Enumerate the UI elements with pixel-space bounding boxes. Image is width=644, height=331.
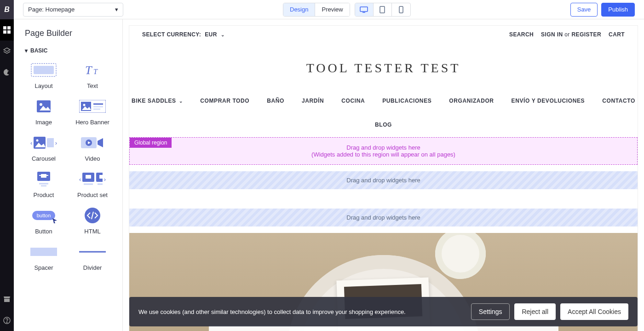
- widget-spacer[interactable]: Spacer: [21, 243, 66, 271]
- widget-carousel[interactable]: ‹ › Carousel: [21, 134, 66, 162]
- svg-marker-4: [4, 48, 10, 52]
- site-title: TOOL TESTER TEST: [129, 43, 638, 91]
- svg-rect-3: [7, 30, 11, 34]
- canvas: SELECT CURRENCY: EUR ⌄ SEARCH SIGN IN or…: [123, 19, 644, 331]
- nav-item-bike-saddles[interactable]: BIKE SADDLES⌄: [132, 98, 183, 104]
- svg-rect-50: [30, 248, 57, 256]
- widgets-panel: Page Builder ▾ BASIC Layout TT: [14, 19, 123, 331]
- device-tablet-button[interactable]: [374, 3, 392, 16]
- cookie-accept-button[interactable]: Accept All Cookies: [560, 303, 628, 320]
- widget-video[interactable]: Video: [70, 134, 115, 162]
- spacer-icon: [30, 243, 57, 261]
- svg-point-29: [36, 139, 39, 142]
- site-preview: SELECT CURRENCY: EUR ⌄ SEARCH SIGN IN or…: [129, 26, 638, 331]
- publish-button[interactable]: Publish: [601, 3, 635, 17]
- nav-item-envio[interactable]: ENVÍO Y DEVOLUCIONES: [512, 98, 585, 104]
- nav-item-organizador[interactable]: ORGANIZADOR: [449, 98, 494, 104]
- product-set-icon: ‹ ›: [79, 170, 106, 188]
- nav-signin-link[interactable]: SIGN IN: [541, 31, 563, 38]
- nav-item-jardin[interactable]: JARDÍN: [302, 98, 324, 104]
- chevron-down-icon: ⌄: [179, 99, 183, 104]
- topbar: Page: Homepage ▾ Design Preview: [14, 0, 644, 19]
- nav-item-cocina[interactable]: COCINA: [341, 98, 365, 104]
- widget-text[interactable]: TT Text: [70, 61, 115, 89]
- cookie-reject-button[interactable]: Reject all: [514, 303, 556, 320]
- cookie-message: We use cookies (and other similar techno…: [138, 308, 466, 315]
- svg-marker-48: [52, 218, 57, 223]
- svg-point-7: [8, 70, 9, 71]
- svg-rect-39: [46, 175, 48, 176]
- button-icon: button: [30, 207, 57, 224]
- product-icon: [30, 170, 57, 188]
- dropzone-1[interactable]: Drag and drop widgets here: [129, 171, 638, 189]
- rail-widgets-icon[interactable]: [0, 19, 14, 41]
- nav-item-bano[interactable]: BAÑO: [267, 98, 284, 104]
- svg-rect-46: [99, 175, 102, 179]
- site-utility-bar: SELECT CURRENCY: EUR ⌄ SEARCH SIGN IN or…: [129, 26, 638, 43]
- svg-rect-37: [41, 174, 46, 178]
- nav-register-link[interactable]: REGISTER: [572, 31, 602, 38]
- rail-help-icon[interactable]: [0, 310, 14, 331]
- svg-rect-13: [399, 6, 403, 13]
- preview-mode-button[interactable]: Preview: [315, 3, 349, 16]
- device-mobile-button[interactable]: [392, 3, 410, 16]
- rail-store-icon[interactable]: [0, 289, 14, 310]
- chevron-down-icon: ▾: [25, 47, 28, 54]
- svg-rect-12: [380, 6, 385, 13]
- widget-divider[interactable]: Divider: [70, 243, 115, 271]
- rail-layers-icon[interactable]: [0, 41, 14, 62]
- global-region-dropzone[interactable]: Global region Drag and drop widgets here…: [129, 137, 638, 165]
- widget-product-set[interactable]: ‹ › Product set: [70, 170, 115, 198]
- svg-point-5: [5, 71, 6, 72]
- svg-rect-38: [39, 175, 41, 176]
- panel-title: Page Builder: [14, 29, 122, 45]
- left-rail: B: [0, 0, 14, 331]
- nav-cart-link[interactable]: CART: [609, 31, 625, 38]
- cookie-banner: We use cookies (and other similar techno…: [129, 297, 638, 326]
- html-icon: [79, 207, 106, 224]
- widget-button[interactable]: button Button: [21, 207, 66, 235]
- svg-rect-31: [47, 138, 53, 147]
- svg-text:T: T: [85, 64, 92, 77]
- widget-layout[interactable]: Layout: [21, 61, 66, 89]
- svg-rect-10: [360, 7, 368, 12]
- svg-rect-1: [7, 26, 11, 29]
- nav-item-publicaciones[interactable]: PUBLICACIONES: [382, 98, 431, 104]
- page-selector-dropdown[interactable]: Page: Homepage ▾: [23, 3, 123, 17]
- nav-item-comprar-todo[interactable]: COMPRAR TODO: [200, 98, 249, 104]
- widget-hero-banner[interactable]: Hero Banner: [70, 98, 115, 126]
- chevron-down-icon: ⌄: [221, 32, 224, 37]
- device-desktop-button[interactable]: [355, 3, 374, 16]
- hero-cup-graphic: [435, 233, 486, 279]
- divider-icon: [79, 243, 106, 261]
- global-region-tag: Global region: [130, 138, 172, 148]
- nav-search-link[interactable]: SEARCH: [509, 31, 534, 38]
- save-button[interactable]: Save: [570, 3, 598, 17]
- cookie-settings-button[interactable]: Settings: [471, 303, 510, 320]
- image-icon: [30, 98, 57, 115]
- page-selector-label: Page: Homepage: [28, 6, 75, 13]
- brand-logo[interactable]: B: [0, 0, 14, 19]
- site-main-nav: BIKE SADDLES⌄ COMPRAR TODO BAÑO JARDÍN C…: [129, 91, 638, 137]
- svg-text:T: T: [93, 68, 98, 75]
- svg-rect-15: [34, 66, 54, 74]
- mode-toggle-group: Design Preview: [283, 3, 350, 17]
- nav-item-contacto[interactable]: CONTACTO: [602, 98, 635, 104]
- currency-selector[interactable]: SELECT CURRENCY: EUR ⌄: [142, 31, 224, 38]
- svg-point-9: [6, 322, 7, 322]
- widget-product[interactable]: Product: [21, 170, 66, 198]
- device-toggle-group: [355, 3, 411, 17]
- chevron-down-icon: ▾: [115, 6, 118, 13]
- nav-item-blog[interactable]: BLOG: [375, 122, 392, 128]
- text-icon: TT: [79, 61, 106, 79]
- widget-image[interactable]: Image: [21, 98, 66, 126]
- design-mode-button[interactable]: Design: [283, 3, 315, 16]
- layout-icon: [30, 61, 57, 79]
- svg-point-6: [6, 70, 7, 71]
- svg-marker-35: [98, 138, 103, 147]
- dropzone-2[interactable]: Drag and drop widgets here: [129, 209, 638, 226]
- widget-html[interactable]: HTML: [70, 207, 115, 235]
- rail-theme-icon[interactable]: [0, 62, 14, 83]
- widget-category-basic[interactable]: ▾ BASIC: [14, 45, 122, 57]
- svg-rect-2: [3, 30, 6, 34]
